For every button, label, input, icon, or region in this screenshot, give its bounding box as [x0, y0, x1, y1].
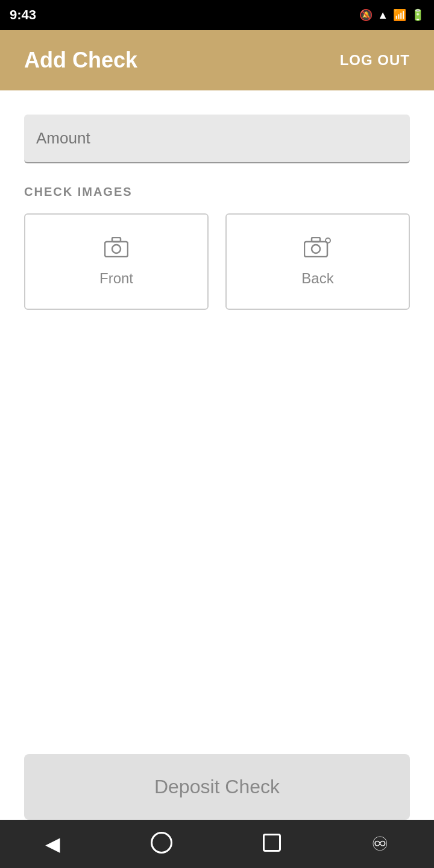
- amount-input[interactable]: [36, 129, 398, 148]
- main-content: CHECK IMAGES Front: [0, 90, 434, 310]
- front-image-box[interactable]: Front: [24, 213, 209, 310]
- header: Add Check LOG OUT: [0, 30, 434, 90]
- recents-nav-icon[interactable]: [263, 834, 281, 854]
- camera-back-icon: [304, 237, 332, 263]
- status-bar: 9:43 🔕 ▲ 📶 🔋: [0, 0, 434, 30]
- status-time: 9:43: [10, 7, 36, 23]
- svg-point-6: [326, 238, 330, 243]
- android-nav-bar: ◀ ♾: [0, 820, 434, 868]
- deposit-check-button[interactable]: Deposit Check: [24, 754, 410, 820]
- check-images-row: Front Back: [24, 213, 410, 310]
- check-images-section: CHECK IMAGES Front: [24, 185, 410, 310]
- amount-input-container[interactable]: [24, 115, 410, 163]
- check-images-label: CHECK IMAGES: [24, 185, 410, 199]
- front-label: Front: [99, 270, 133, 287]
- logout-button[interactable]: LOG OUT: [340, 52, 410, 69]
- signal-icon: 📶: [393, 8, 406, 22]
- status-icons: 🔕 ▲ 📶 🔋: [359, 8, 424, 22]
- svg-rect-5: [312, 237, 320, 242]
- battery-icon: 🔋: [411, 8, 424, 22]
- deposit-button-area: Deposit Check: [24, 754, 410, 820]
- wifi-icon: ▲: [377, 9, 388, 22]
- svg-point-1: [112, 245, 121, 253]
- svg-rect-2: [112, 237, 121, 242]
- accessibility-nav-icon[interactable]: ♾: [371, 832, 389, 855]
- camera-front-icon: [104, 237, 128, 263]
- back-label: Back: [301, 270, 333, 287]
- page-title: Add Check: [24, 48, 137, 73]
- back-nav-icon[interactable]: ◀: [45, 832, 60, 855]
- notification-mute-icon: 🔕: [359, 8, 373, 22]
- back-image-box[interactable]: Back: [225, 213, 410, 310]
- home-nav-icon[interactable]: [151, 832, 172, 856]
- svg-point-4: [312, 245, 320, 253]
